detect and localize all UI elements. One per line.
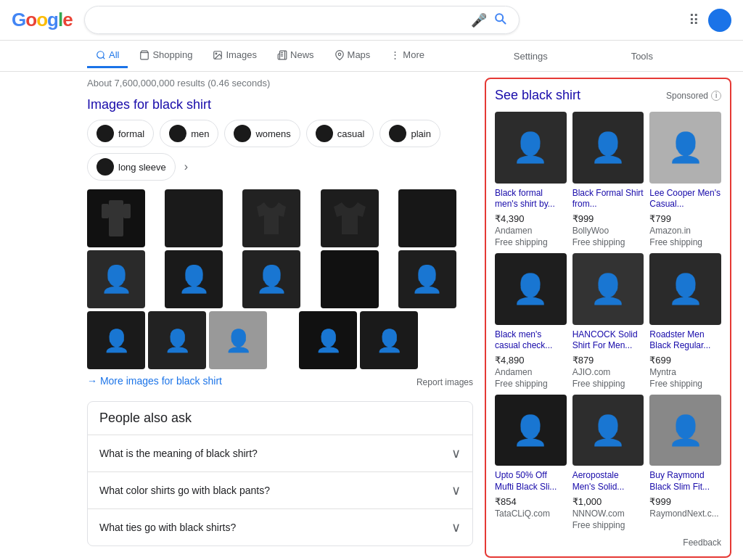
tools-link[interactable]: Tools	[628, 45, 656, 67]
product-price-5: ₹879	[572, 355, 644, 366]
header-right: ⠿	[689, 9, 731, 32]
report-images-link[interactable]: Report images	[416, 377, 473, 387]
paa-question-2: What color shirts go with black pants?	[99, 485, 270, 496]
category-chip-casual[interactable]: casual	[306, 120, 374, 147]
image-cell-2[interactable]	[165, 189, 223, 247]
product-shipping-4: Free shipping	[495, 379, 567, 389]
product-img-6: 👤	[649, 253, 721, 325]
image-cell-13[interactable]: 👤	[209, 311, 267, 369]
paa-item-2[interactable]: What color shirts go with black pants? ∨	[88, 472, 472, 509]
feedback-row: Feedback	[495, 536, 721, 548]
product-card-7[interactable]: 👤 Upto 50% Off Mufti Black Sli... ₹854 T…	[495, 395, 567, 530]
product-seller-8: NNNOW.com	[572, 508, 644, 519]
product-name-8: Aeropostale Men's Solid...	[572, 470, 644, 493]
product-img-8: 👤	[572, 395, 644, 466]
product-card-2[interactable]: 👤 Black Formal Shirt from... ₹999 BollyW…	[572, 112, 644, 247]
product-name-1: Black formal men's shirt by...	[495, 188, 567, 210]
paa-question-3: What ties go with black shirts?	[99, 522, 236, 533]
chip-next-arrow[interactable]: ›	[184, 160, 188, 173]
product-card-1[interactable]: 👤 Black formal men's shirt by... ₹4,390 …	[495, 112, 567, 247]
product-price-9: ₹999	[649, 496, 721, 507]
main-content: About 7,600,000,000 results (0.46 second…	[0, 72, 743, 560]
microphone-icon[interactable]: 🎤	[471, 12, 487, 28]
image-cell-14[interactable]: 👤	[299, 311, 357, 369]
product-name-7: Upto 50% Off Mufti Black Sli...	[495, 470, 567, 493]
sponsored-badge: Sponsored i	[666, 91, 721, 101]
feedback-link[interactable]: Feedback	[683, 538, 721, 548]
tab-maps[interactable]: Maps	[326, 44, 379, 68]
paa-item-1[interactable]: What is the meaning of black shirt? ∨	[88, 435, 472, 472]
category-chip-womens[interactable]: womens	[224, 120, 300, 147]
settings-link[interactable]: Settings	[511, 45, 551, 67]
apps-icon[interactable]: ⠿	[689, 12, 699, 29]
google-logo[interactable]: Google	[12, 9, 73, 31]
product-seller-4: Andamen	[495, 367, 567, 377]
tab-shopping[interactable]: Shopping	[131, 44, 201, 68]
header: Google black shirt 🎤 ⠿	[0, 0, 743, 41]
product-seller-3: Amazon.in	[649, 226, 721, 236]
image-cell-11[interactable]: 👤	[87, 311, 145, 369]
right-panel: See black shirt Sponsored i 👤 Black form…	[485, 78, 731, 560]
product-img-3: 👤	[649, 112, 721, 184]
image-cell-4[interactable]	[321, 189, 379, 247]
chip-thumb-men	[169, 125, 186, 142]
nav-tabs: All Shopping Images News Maps ⋮ More Set…	[0, 41, 743, 72]
category-chip-long-sleeve[interactable]: long sleeve	[87, 153, 176, 181]
image-cell-10[interactable]: 👤	[398, 250, 456, 308]
image-cell-9[interactable]	[321, 250, 379, 308]
paa-item-3[interactable]: What ties go with black shirts? ∨	[88, 509, 472, 545]
image-cell-5[interactable]	[398, 189, 456, 247]
paa-chevron-2: ∨	[451, 482, 461, 498]
results-count: About 7,600,000,000 results (0.46 second…	[87, 78, 473, 88]
image-cell-1[interactable]	[87, 189, 145, 247]
search-icon[interactable]	[493, 11, 507, 29]
image-cell-7[interactable]: 👤	[165, 250, 223, 308]
image-cell-12[interactable]: 👤	[148, 311, 206, 369]
product-shipping-1: Free shipping	[495, 237, 567, 247]
category-chip-plain[interactable]: plain	[379, 120, 440, 147]
user-avatar[interactable]	[708, 9, 731, 32]
product-img-5: 👤	[572, 253, 644, 325]
more-images-link[interactable]: → More images for black shirt	[87, 375, 222, 387]
product-card-6[interactable]: 👤 Roadster Men Black Regular... ₹699 Myn…	[649, 253, 721, 389]
tab-all[interactable]: All	[87, 44, 128, 68]
product-shipping-5: Free shipping	[572, 379, 644, 389]
image-grid-row2: 👤 👤 👤 👤	[87, 250, 473, 308]
image-categories: formal men womens casual plain	[87, 120, 473, 181]
tab-more[interactable]: ⋮ More	[382, 44, 433, 68]
product-img-1: 👤	[495, 112, 567, 184]
search-bar: black shirt 🎤	[84, 6, 520, 34]
product-card-3[interactable]: 👤 Lee Cooper Men's Casual... ₹799 Amazon…	[649, 112, 721, 247]
image-cell-15[interactable]: 👤	[360, 311, 418, 369]
image-cell-6[interactable]: 👤	[87, 250, 145, 308]
product-card-4[interactable]: 👤 Black men's casual check... ₹4,890 And…	[495, 253, 567, 389]
chip-thumb-casual	[316, 125, 333, 142]
search-input[interactable]: black shirt	[97, 14, 465, 27]
tab-news[interactable]: News	[268, 44, 323, 68]
tab-images[interactable]: Images	[204, 44, 266, 68]
product-name-6: Roadster Men Black Regular...	[649, 329, 721, 352]
shopping-panel: See black shirt Sponsored i 👤 Black form…	[485, 78, 731, 558]
product-shipping-6: Free shipping	[649, 379, 721, 389]
image-cell-3[interactable]	[242, 189, 300, 247]
product-name-2: Black Formal Shirt from...	[572, 188, 644, 210]
svg-rect-12	[123, 204, 131, 218]
paa-chevron-1: ∨	[451, 445, 461, 461]
svg-rect-10	[109, 200, 123, 236]
product-shipping-2: Free shipping	[572, 237, 644, 247]
images-section-title[interactable]: Images for black shirt	[87, 97, 473, 112]
info-icon[interactable]: i	[711, 91, 721, 101]
product-seller-2: BollyWoo	[572, 226, 644, 236]
category-chip-men[interactable]: men	[160, 120, 218, 147]
product-card-5[interactable]: 👤 HANCOCK Solid Shirt For Men... ₹879 AJ…	[572, 253, 644, 389]
chip-thumb-formal	[97, 125, 114, 142]
product-card-9[interactable]: 👤 Buy Raymond Black Slim Fit... ₹999 Ray…	[649, 395, 721, 530]
product-card-8[interactable]: 👤 Aeropostale Men's Solid... ₹1,000 NNNO…	[572, 395, 644, 530]
svg-point-9	[338, 53, 341, 56]
product-name-4: Black men's casual check...	[495, 329, 567, 352]
image-cell-8[interactable]: 👤	[242, 250, 300, 308]
category-chip-formal[interactable]: formal	[87, 120, 154, 147]
product-seller-7: TataCLiQ.com	[495, 508, 567, 519]
product-price-7: ₹854	[495, 496, 567, 507]
product-price-6: ₹699	[649, 355, 721, 366]
